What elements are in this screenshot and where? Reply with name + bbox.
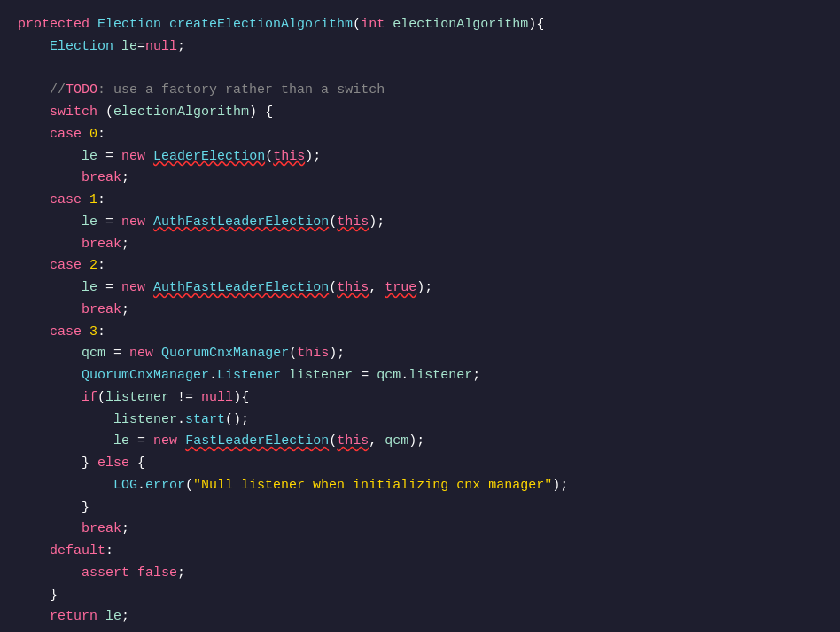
code-container: protected Election createElectionAlgorit…	[0, 0, 840, 632]
code-line-17: QuorumCnxManager.Listener listener = qcm…	[18, 365, 822, 387]
code-line-11: break;	[18, 234, 822, 256]
code-line-4: //TODO: use a factory rather than a swit…	[18, 80, 822, 102]
code-line-21: } else {	[18, 453, 822, 475]
code-line-1: protected Election createElectionAlgorit…	[18, 14, 822, 36]
code-line-25: default:	[18, 541, 822, 563]
code-line-29: }	[18, 628, 822, 632]
code-line-14: break;	[18, 300, 822, 322]
code-line-5: switch (electionAlgorithm) {	[18, 102, 822, 124]
code-line-3	[18, 59, 822, 81]
code-line-23: }	[18, 497, 822, 519]
code-line-7: le = new LeaderElection(this);	[18, 146, 822, 168]
code-line-22: LOG.error("Null listener when initializi…	[18, 475, 822, 497]
code-line-15: case 3:	[18, 322, 822, 344]
code-line-19: listener.start();	[18, 410, 822, 432]
code-line-2: Election le=null;	[18, 36, 822, 59]
code-line-20: le = new FastLeaderElection(this, qcm);	[18, 431, 822, 453]
code-line-26: assert false;	[18, 563, 822, 585]
code-line-13: le = new AuthFastLeaderElection(this, tr…	[18, 277, 822, 300]
code-line-24: break;	[18, 519, 822, 541]
code-line-27: }	[18, 585, 822, 607]
code-line-8: break;	[18, 168, 822, 190]
code-line-18: if(listener != null){	[18, 387, 822, 410]
code-line-10: le = new AuthFastLeaderElection(this);	[18, 212, 822, 234]
code-line-6: case 0:	[18, 124, 822, 146]
code-line-12: case 2:	[18, 255, 822, 277]
code-line-9: case 1:	[18, 190, 822, 212]
code-line-28: return le;	[18, 606, 822, 628]
code-line-16: qcm = new QuorumCnxManager(this);	[18, 343, 822, 365]
